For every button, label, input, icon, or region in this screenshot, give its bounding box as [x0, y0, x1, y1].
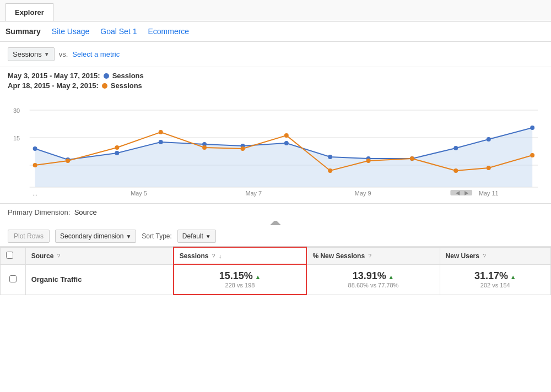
legend-dot-orange: [102, 83, 107, 89]
sort-type-label: Sort Type:: [142, 232, 171, 240]
secondary-dim-arrow: ▼: [126, 233, 131, 239]
tab-ecommerce[interactable]: Ecommerce: [148, 27, 189, 38]
th-pct-new-info[interactable]: ?: [368, 253, 371, 259]
legend-area: May 3, 2015 - May 17, 2015: Sessions Apr…: [0, 67, 551, 94]
table-header-row: Source ? Sessions ? ↓ % New Sessions ? N…: [1, 247, 551, 264]
metric-dropdown[interactable]: Sessions ▼: [8, 47, 55, 61]
sort-down-icon: ↓: [219, 253, 222, 259]
metric-bar: Sessions ▼ vs. Select a metric: [0, 42, 551, 67]
svg-text:15: 15: [13, 135, 20, 141]
pct-new-metric-block: 13.91% ▲ 88.60% vs 77.78%: [312, 270, 434, 288]
legend-metric-2: Sessions: [111, 81, 142, 90]
th-sessions-label: Sessions: [180, 252, 209, 260]
sort-type-dropdown[interactable]: Default ▼: [177, 230, 216, 243]
th-new-users-info[interactable]: ?: [483, 253, 486, 259]
explorer-tab-bar: Explorer: [0, 0, 551, 21]
th-sessions: Sessions ? ↓: [174, 247, 307, 264]
legend-row-1: May 3, 2015 - May 17, 2015: Sessions: [8, 72, 543, 80]
svg-text:May 5: May 5: [131, 190, 147, 197]
secondary-dimension-dropdown[interactable]: Secondary dimension ▼: [55, 230, 136, 243]
svg-point-26: [284, 133, 289, 138]
th-source-label: Source: [31, 252, 54, 260]
svg-point-21: [66, 159, 70, 163]
secondary-dim-label: Secondary dimension: [60, 232, 123, 240]
sort-default-label: Default: [182, 232, 203, 240]
new-users-up-arrow-icon: ▲: [510, 274, 516, 280]
table-row: Organic Traffic 15.15% ▲ 228 vs 198 13.9…: [1, 264, 551, 295]
nav-tabs: Summary Site Usage Goal Set 1 Ecommerce: [0, 21, 551, 42]
td-sessions: 15.15% ▲ 228 vs 198: [174, 264, 307, 295]
svg-text:...: ...: [33, 190, 37, 197]
th-new-users: New Users ?: [440, 247, 550, 264]
legend-date-2: Apr 18, 2015 - May 2, 2015:: [8, 81, 99, 90]
legend-dot-blue: [104, 73, 109, 79]
sessions-metric-block: 15.15% ▲ 228 vs 198: [180, 270, 301, 288]
tab-site-usage[interactable]: Site Usage: [52, 27, 89, 38]
svg-point-30: [453, 168, 458, 173]
svg-point-9: [115, 151, 119, 155]
svg-point-32: [530, 153, 534, 157]
svg-point-27: [328, 168, 332, 173]
th-source-info[interactable]: ?: [57, 253, 61, 259]
svg-point-23: [159, 130, 163, 134]
sessions-up-arrow-icon: ▲: [255, 274, 261, 280]
svg-point-20: [33, 163, 37, 167]
new-users-metric-block: 31.17% ▲ 202 vs 154: [446, 270, 545, 288]
primary-dim-label: Primary Dimension:: [8, 208, 70, 216]
svg-text:May 7: May 7: [245, 190, 262, 197]
chart-svg: 30 15 ...: [8, 94, 543, 198]
th-new-users-label: New Users: [446, 252, 479, 260]
pct-new-value: 13.91%: [353, 270, 386, 281]
td-new-users: 31.17% ▲ 202 vs 154: [440, 264, 550, 295]
svg-point-14: [328, 155, 332, 159]
legend-metric-1: Sessions: [112, 72, 144, 80]
select-all-checkbox[interactable]: [6, 252, 13, 259]
th-pct-new: % New Sessions ?: [306, 247, 440, 264]
metric-label: Sessions: [13, 50, 42, 58]
legend-date-1: May 3, 2015 - May 17, 2015:: [8, 72, 100, 80]
td-checkbox: [1, 264, 26, 295]
svg-point-24: [202, 145, 207, 150]
th-sessions-info[interactable]: ?: [212, 253, 215, 259]
select-metric-link[interactable]: Select a metric: [72, 50, 120, 58]
svg-text:May 11: May 11: [479, 190, 499, 197]
svg-text:May 9: May 9: [355, 190, 371, 197]
svg-point-7: [33, 146, 37, 151]
td-pct-new: 13.91% ▲ 88.60% vs 77.78%: [306, 264, 440, 295]
th-source: Source ?: [25, 247, 174, 264]
tab-summary[interactable]: Summary: [6, 27, 41, 38]
pct-new-up-arrow-icon: ▲: [388, 274, 394, 280]
primary-dimension: Primary Dimension: Source: [0, 204, 551, 219]
row-checkbox[interactable]: [9, 275, 17, 282]
sort-arrow: ▼: [206, 233, 211, 239]
td-source: Organic Traffic: [25, 264, 174, 295]
legend-row-2: Apr 18, 2015 - May 2, 2015: Sessions: [8, 81, 543, 90]
th-checkbox: [1, 247, 26, 264]
svg-point-22: [115, 145, 119, 150]
new-users-sub-value: 202 vs 154: [446, 282, 545, 288]
svg-point-19: [530, 126, 534, 130]
plot-rows-button: Plot Rows: [8, 230, 50, 243]
tab-goal-set-1[interactable]: Goal Set 1: [100, 27, 137, 38]
metric-dropdown-arrow: ▼: [44, 51, 50, 57]
svg-point-29: [410, 156, 414, 161]
chart-area: 30 15 ...: [0, 94, 551, 204]
pct-new-sub-value: 88.60% vs 77.78%: [312, 282, 434, 288]
vs-label: vs.: [59, 50, 68, 58]
svg-point-10: [159, 140, 163, 144]
explorer-tab[interactable]: Explorer: [6, 3, 53, 21]
svg-point-31: [487, 166, 491, 170]
svg-rect-38: [450, 190, 472, 195]
collapse-arrow-icon[interactable]: [270, 220, 281, 225]
primary-dim-value: Source: [74, 208, 97, 216]
source-value: Organic Traffic: [31, 275, 82, 284]
th-pct-new-label: % New Sessions: [312, 252, 365, 260]
collapse-row: [0, 219, 551, 226]
svg-point-28: [366, 159, 371, 163]
sessions-pct-value: 15.15%: [219, 270, 253, 281]
svg-point-18: [487, 137, 491, 141]
svg-point-17: [453, 146, 458, 150]
table-toolbar: Plot Rows Secondary dimension ▼ Sort Typ…: [0, 226, 551, 247]
svg-point-13: [284, 141, 289, 145]
sessions-vs-value: 228 vs 198: [180, 282, 301, 288]
